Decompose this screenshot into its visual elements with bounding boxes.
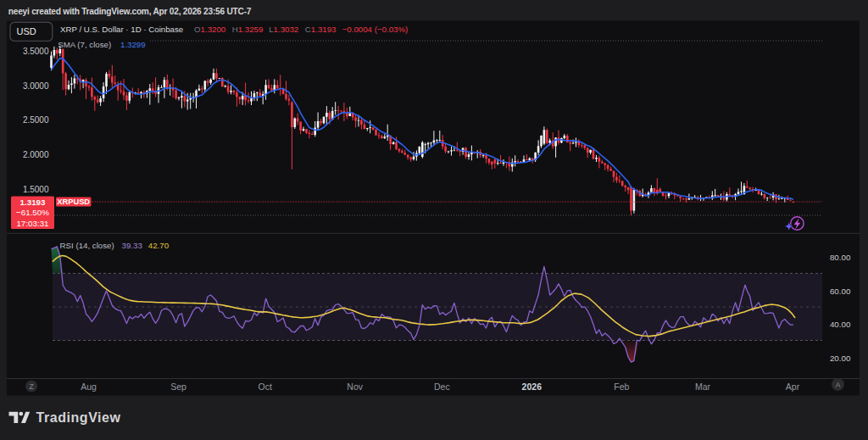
svg-text:42.70: 42.70	[148, 241, 170, 250]
svg-text:Nov: Nov	[347, 382, 363, 392]
svg-text:−0.0004 (−0.03%): −0.0004 (−0.03%)	[342, 25, 409, 34]
svg-text:3.0000: 3.0000	[23, 81, 49, 91]
svg-text:neeyi created with TradingView: neeyi created with TradingView.com, Apr …	[8, 7, 252, 16]
svg-text:3.5000: 3.5000	[23, 47, 49, 56]
svg-text:USD: USD	[17, 26, 36, 36]
svg-text:RSI (14, close): RSI (14, close)	[60, 241, 114, 250]
svg-text:39.33: 39.33	[122, 241, 142, 250]
svg-text:Apr: Apr	[786, 382, 800, 392]
svg-text:A: A	[836, 381, 841, 389]
svg-text:60.00: 60.00	[830, 287, 851, 296]
svg-text:SMA (7, close): SMA (7, close)	[58, 40, 111, 49]
svg-text:Aug: Aug	[81, 382, 97, 392]
svg-text:Feb: Feb	[614, 382, 629, 392]
svg-text:O1.3200: O1.3200	[194, 25, 226, 34]
svg-text:C1.3193: C1.3193	[305, 25, 337, 34]
svg-text:40.00: 40.00	[830, 320, 851, 329]
svg-text:−61.50%: −61.50%	[16, 208, 49, 217]
svg-text:XRP / U.S. Dollar · 1D · Coinb: XRP / U.S. Dollar · 1D · Coinbase	[60, 25, 183, 34]
svg-text:80.00: 80.00	[830, 253, 851, 262]
svg-text:20.00: 20.00	[830, 354, 851, 363]
svg-text:Dec: Dec	[434, 382, 450, 392]
svg-text:Z: Z	[29, 382, 33, 391]
svg-text:1.5000: 1.5000	[23, 185, 49, 194]
svg-text:1.3193: 1.3193	[20, 198, 47, 207]
svg-text:17:03:31: 17:03:31	[16, 219, 48, 228]
svg-text:Sep: Sep	[170, 382, 186, 392]
svg-text:1.3299: 1.3299	[120, 40, 146, 49]
svg-text:Oct: Oct	[259, 382, 272, 392]
svg-text:2.5000: 2.5000	[23, 115, 49, 125]
svg-text:Mar: Mar	[695, 382, 711, 392]
svg-text:XRPUSD: XRPUSD	[57, 198, 90, 206]
svg-text:TradingView: TradingView	[36, 410, 121, 425]
svg-text:2.0000: 2.0000	[23, 150, 49, 159]
svg-text:H1.3259: H1.3259	[232, 25, 264, 34]
svg-text:L1.3032: L1.3032	[269, 25, 298, 34]
svg-text:2026: 2026	[522, 382, 542, 392]
